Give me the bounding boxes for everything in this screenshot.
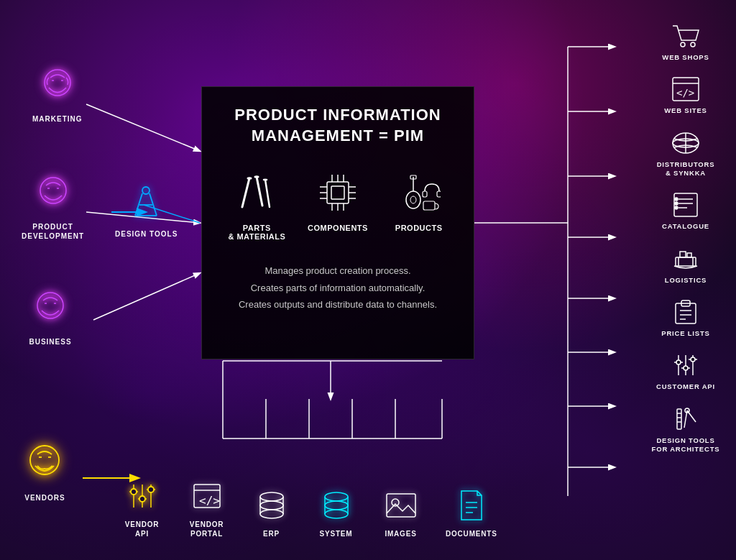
svg-point-109 — [675, 202, 678, 205]
svg-point-84 — [260, 510, 283, 518]
svg-text:</>: </> — [676, 87, 694, 98]
pim-item-components: COMPONENTS — [298, 167, 379, 241]
right-items-column: WEB SHOPS </> WEB SITES — [650, 22, 722, 454]
product-development-item: PRODUCTDEVELOPMENT — [22, 173, 84, 241]
svg-rect-49 — [423, 191, 427, 197]
svg-rect-112 — [680, 252, 686, 257]
svg-point-96 — [681, 42, 685, 47]
images-label: IMAGES — [385, 529, 416, 538]
business-item: BUSINESS — [29, 288, 72, 346]
components-icon — [313, 167, 363, 218]
svg-rect-113 — [687, 253, 691, 257]
svg-point-92 — [392, 499, 399, 506]
price-lists-item: PRICE LISTS — [650, 298, 722, 338]
svg-point-86 — [325, 492, 348, 501]
svg-text:</>: </> — [199, 494, 220, 508]
design-tools-left-icon — [126, 183, 166, 226]
svg-point-58 — [142, 187, 150, 194]
components-label: COMPONENTS — [308, 224, 368, 232]
svg-point-97 — [691, 42, 695, 47]
pim-icons-row: PARTS& MATERIALS — [216, 167, 459, 241]
pim-title: PRODUCT INFORMATION MANAGEMENT = PIM — [216, 105, 459, 146]
marketing-item: MARKETING — [32, 65, 83, 124]
svg-rect-32 — [331, 186, 344, 199]
design-tools-architects-label: DESIGN TOOLSFOR ARCHITECTS — [652, 436, 720, 454]
pim-description: Manages product creation process. Create… — [239, 262, 437, 313]
svg-point-128 — [684, 366, 688, 370]
catalogue-item: CATALOGUE — [650, 191, 722, 231]
svg-point-129 — [691, 357, 695, 362]
catalogue-icon — [668, 191, 704, 219]
documents-item: DOCUMENTS — [446, 485, 497, 538]
pim-center-box: PRODUCT INFORMATION MANAGEMENT = PIM PAR… — [201, 86, 474, 359]
marketing-icon — [36, 65, 79, 111]
vendor-portal-item: </> VENDORPORTAL — [187, 476, 226, 538]
svg-point-81 — [260, 492, 283, 501]
distributors-label: DISTRIBUTORS& SYNKKA — [657, 160, 715, 178]
svg-point-108 — [675, 198, 678, 201]
logistics-item: LOGISTICS — [650, 244, 722, 285]
svg-line-25 — [242, 178, 249, 207]
svg-point-110 — [675, 206, 678, 209]
pim-item-parts: PARTS& MATERIALS — [216, 167, 298, 241]
vendor-api-icon — [122, 476, 162, 515]
business-label: BUSINESS — [29, 337, 71, 346]
svg-rect-50 — [437, 191, 441, 197]
web-sites-icon: </> — [668, 75, 704, 104]
svg-line-29 — [265, 180, 270, 207]
products-icon — [394, 167, 444, 218]
svg-rect-51 — [423, 201, 435, 210]
logistics-label: LOGISTICS — [665, 276, 707, 285]
design-tools-left-label: DESIGN TOOLS — [115, 229, 178, 239]
web-sites-label: WEB SITES — [664, 106, 707, 115]
vendor-portal-label: VENDORPORTAL — [190, 520, 224, 538]
web-sites-item: </> WEB SITES — [650, 75, 722, 115]
product-development-label: PRODUCTDEVELOPMENT — [22, 222, 84, 241]
vendor-api-item: VENDORAPI — [122, 476, 162, 538]
logistics-icon — [668, 244, 704, 273]
svg-point-127 — [676, 360, 681, 364]
system-item: SYSTEM — [316, 485, 356, 538]
svg-rect-130 — [677, 409, 681, 429]
design-tools-architects-icon — [668, 405, 704, 433]
vendors-item: VENDORS — [22, 440, 68, 502]
vendor-portal-icon: </> — [187, 476, 226, 515]
svg-point-75 — [131, 489, 137, 495]
parts-icon — [231, 167, 282, 218]
design-tools-left-item: DESIGN TOOLS — [115, 183, 178, 239]
images-item: IMAGES — [381, 485, 420, 538]
parts-label: PARTS& MATERIALS — [228, 224, 285, 241]
price-lists-icon — [668, 298, 704, 326]
documents-label: DOCUMENTS — [446, 529, 497, 538]
customer-api-label: CUSTOMER API — [656, 382, 715, 391]
vendor-api-label: VENDORAPI — [125, 520, 160, 538]
svg-point-45 — [406, 191, 420, 208]
vendors-icon — [22, 440, 68, 490]
erp-icon — [252, 485, 291, 525]
svg-rect-31 — [327, 182, 349, 203]
pim-item-products: PRODUCTS — [378, 167, 459, 241]
web-shops-item: WEB SHOPS — [650, 22, 722, 62]
bottom-items-row: VENDORAPI </> VENDORPORTAL — [122, 476, 497, 538]
price-lists-label: PRICE LISTS — [661, 329, 709, 338]
svg-point-90 — [325, 501, 348, 510]
system-icon — [316, 485, 356, 525]
products-label: PRODUCTS — [395, 224, 443, 232]
svg-line-2 — [93, 273, 200, 320]
svg-point-77 — [148, 487, 154, 492]
main-content: PRODUCT INFORMATION MANAGEMENT = PIM PAR… — [0, 0, 736, 560]
svg-point-46 — [410, 196, 416, 203]
svg-point-52 — [45, 70, 70, 96]
documents-icon — [451, 485, 491, 525]
web-shops-label: WEB SHOPS — [662, 53, 709, 62]
svg-line-0 — [86, 104, 200, 151]
svg-point-76 — [139, 496, 145, 502]
svg-rect-91 — [387, 494, 415, 517]
customer-api-item: CUSTOMER API — [650, 351, 722, 391]
web-shops-icon — [668, 22, 704, 50]
erp-label: ERP — [263, 529, 280, 538]
catalogue-label: CATALOGUE — [662, 222, 709, 231]
business-icon — [29, 288, 72, 334]
erp-item: ERP — [252, 485, 291, 538]
images-icon — [381, 485, 420, 525]
